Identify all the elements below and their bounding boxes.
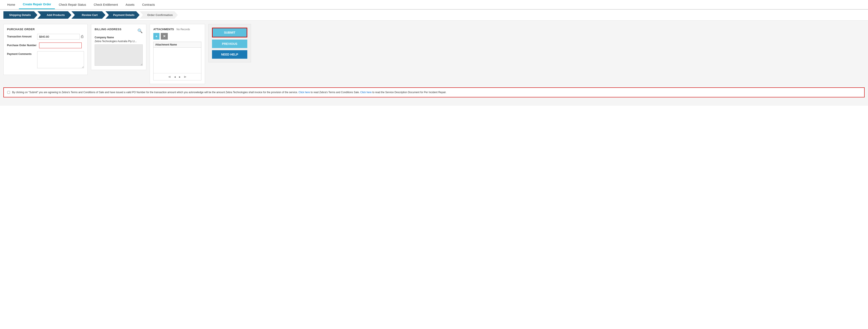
terms-section: By clicking on "Submit" you are agreeing…	[3, 87, 865, 97]
main-content: PURCHASE ORDER Transaction Amount ⎙ Purc…	[0, 21, 868, 106]
attachments-table: Attachment Name ⊲ ◂ ▸ ⊳	[153, 42, 202, 80]
transaction-amount-input[interactable]	[37, 34, 80, 39]
no-records-badge: No Records	[177, 28, 190, 31]
terms-link1[interactable]: Click here	[299, 91, 310, 94]
panels-row: PURCHASE ORDER Transaction Amount ⎙ Purc…	[3, 24, 865, 84]
attachments-pagination: ⊲ ◂ ▸ ⊳	[154, 73, 201, 80]
step-order-confirmation[interactable]: Order Confirmation	[140, 11, 178, 19]
po-number-row: Purchase Order Number	[7, 42, 84, 48]
purchase-order-panel: PURCHASE ORDER Transaction Amount ⎙ Purc…	[3, 24, 88, 75]
attachments-table-body	[154, 48, 201, 73]
billing-address-title: BILLING ADDRESS	[95, 28, 121, 31]
step-review-cart[interactable]: Review Cart	[71, 11, 105, 19]
transaction-amount-row: Transaction Amount ⎙	[7, 34, 84, 39]
nav-item-assets[interactable]: Assets	[122, 0, 138, 9]
step-payment-details[interactable]: Payment Details	[105, 11, 140, 19]
nav-item-create-repair-order[interactable]: Create Repair Order	[19, 0, 55, 9]
billing-address-textarea[interactable]	[95, 44, 143, 66]
nav-item-check-entitlement[interactable]: Check Entitlement	[90, 0, 122, 9]
transaction-amount-label: Transaction Amount	[7, 34, 35, 38]
pagination-next-button[interactable]: ▸	[178, 74, 181, 79]
previous-button[interactable]: PREVIOUS	[212, 39, 247, 48]
pagination-first-button[interactable]: ⊲	[167, 74, 172, 79]
search-icon: 🔍	[137, 29, 143, 33]
payment-comments-input-wrapper	[37, 51, 84, 68]
step-shipping-details[interactable]: Shipping Details	[3, 11, 37, 19]
po-number-input-wrapper	[39, 42, 84, 48]
payment-comments-input[interactable]	[37, 51, 84, 68]
document-icon: ⎙	[81, 34, 83, 39]
attachments-header: ATTACHMENTS No Records	[153, 28, 202, 31]
transaction-amount-input-wrapper: ⎙	[37, 34, 84, 39]
submit-button[interactable]: SUBMIT	[212, 28, 247, 37]
billing-company-label: Company Name	[95, 36, 143, 39]
pagination-last-button[interactable]: ⊳	[183, 74, 187, 79]
nav-item-contracts[interactable]: Contracts	[138, 0, 159, 9]
po-number-label: Purchase Order Number	[7, 42, 37, 47]
billing-header: BILLING ADDRESS 🔍	[95, 28, 143, 34]
terms-link2[interactable]: Click here	[360, 91, 371, 94]
nav-item-check-repair-status[interactable]: Check Repair Status	[55, 0, 90, 9]
steps-bar: Shipping Details Add Products Review Car…	[0, 9, 868, 21]
payment-comments-row: Payment Comments	[7, 51, 84, 68]
billing-company-value: Zebra Technologies Australia Pty Lt...	[95, 40, 143, 43]
terms-checkbox[interactable]	[7, 91, 10, 94]
attach-buttons: + ✕	[153, 33, 202, 39]
po-number-input[interactable]	[39, 42, 82, 48]
payment-comments-label: Payment Comments	[7, 51, 35, 56]
step-add-products[interactable]: Add Products	[37, 11, 71, 19]
need-help-button[interactable]: NEED HELP	[212, 50, 247, 59]
terms-text-before-link1: By clicking on "Submit" you are agreeing…	[12, 91, 299, 94]
attachment-name-column-header: Attachment Name	[154, 42, 201, 48]
billing-address-panel: BILLING ADDRESS 🔍 Company Name Zebra Tec…	[91, 24, 146, 70]
attachments-title: ATTACHMENTS	[153, 28, 174, 31]
terms-text-between-links: to read Zebra's Terms and Conditions Sal…	[310, 91, 360, 94]
terms-text-after-link2: to read the Service Description Document…	[372, 91, 446, 94]
pagination-prev-button[interactable]: ◂	[173, 74, 177, 79]
actions-panel: SUBMIT PREVIOUS NEED HELP	[208, 24, 251, 62]
terms-text: By clicking on "Submit" you are agreeing…	[12, 90, 446, 94]
billing-search-button[interactable]: 🔍	[137, 28, 143, 33]
add-attachment-button[interactable]: +	[153, 33, 159, 39]
remove-attachment-button[interactable]: ✕	[161, 33, 168, 39]
purchase-order-title: PURCHASE ORDER	[7, 28, 84, 31]
attachments-panel: ATTACHMENTS No Records + ✕ Attachment Na…	[150, 24, 205, 84]
top-nav: Home Create Repair Order Check Repair St…	[0, 0, 868, 9]
nav-item-home[interactable]: Home	[3, 0, 19, 9]
